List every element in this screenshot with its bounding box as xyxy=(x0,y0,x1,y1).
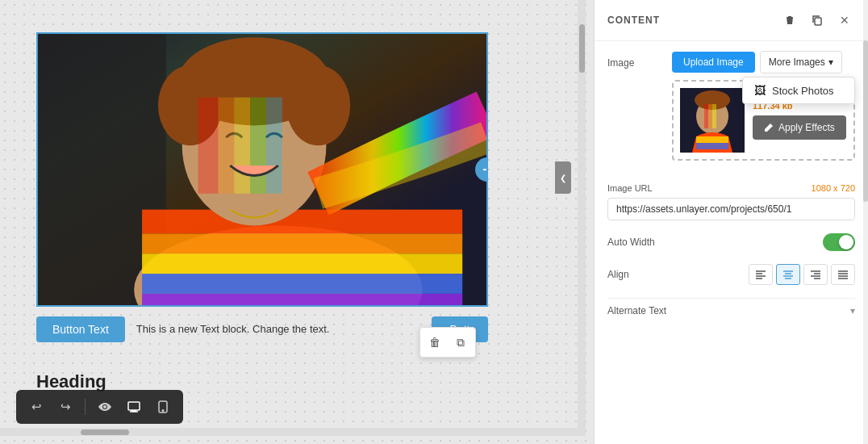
url-row: Image URL 1080 x 720 xyxy=(607,183,855,220)
svg-rect-28 xyxy=(704,104,708,128)
toolbar-divider-1 xyxy=(85,399,86,415)
panel-scrollbar-handle[interactable] xyxy=(863,40,868,202)
svg-rect-15 xyxy=(250,98,266,194)
image-icon: 🖼 xyxy=(754,84,766,97)
bottom-toolbar: ↩ ↪ xyxy=(16,390,183,424)
url-label-text: Image URL xyxy=(607,183,653,193)
thumb-svg xyxy=(680,88,745,153)
align-row: Align xyxy=(607,264,855,285)
panel-header-actions: ✕ xyxy=(779,10,855,31)
panel-scrollbar-track xyxy=(863,0,868,444)
alt-text-row[interactable]: Alternate Text ▾ xyxy=(607,298,855,323)
align-center-btn[interactable] xyxy=(776,264,800,285)
more-images-label: More Images xyxy=(769,57,825,68)
svg-rect-30 xyxy=(712,104,716,128)
apply-effects-btn[interactable]: Apply Effects xyxy=(753,115,846,140)
context-menu: 🗑 ⧉ xyxy=(419,327,476,358)
svg-point-21 xyxy=(162,410,164,412)
copy-icon xyxy=(812,15,823,26)
mobile-btn[interactable] xyxy=(151,395,175,419)
panel-title: CONTENT xyxy=(607,15,660,26)
svg-rect-6 xyxy=(142,274,462,294)
image-svg xyxy=(38,34,486,305)
preview-btn[interactable] xyxy=(93,395,117,419)
stock-photos-item[interactable]: 🖼 Stock Photos xyxy=(743,77,854,103)
image-controls: Upload Image More Images ▾ 🖼 Stock Photo… xyxy=(672,51,855,170)
image-row: Image Upload Image More Images ▾ 🖼 Stock… xyxy=(607,51,855,170)
svg-rect-22 xyxy=(815,18,821,25)
delete-panel-btn[interactable] xyxy=(779,10,800,31)
alt-text-label: Alternate Text xyxy=(607,305,666,316)
auto-width-label: Auto Width xyxy=(607,237,655,248)
svg-rect-26 xyxy=(696,136,728,143)
align-right-btn[interactable] xyxy=(803,264,828,285)
svg-rect-4 xyxy=(142,233,462,253)
scroll-handle-v[interactable] xyxy=(579,24,585,73)
copy-panel-btn[interactable] xyxy=(807,10,828,31)
right-panel: CONTENT ✕ Image Upload Image xyxy=(594,0,868,444)
heading-text: Heading xyxy=(36,371,106,392)
chevron-down-icon-alt: ▾ xyxy=(850,305,855,316)
align-left-icon xyxy=(755,270,766,279)
eye-icon xyxy=(98,400,111,413)
button-text-btn[interactable]: Button Text xyxy=(36,316,125,342)
panel-header: CONTENT ✕ xyxy=(595,0,868,41)
svg-rect-7 xyxy=(142,294,462,305)
url-dimensions: 1080 x 720 xyxy=(812,183,855,193)
svg-rect-12 xyxy=(198,98,219,194)
undo-btn[interactable]: ↩ xyxy=(24,395,48,419)
copy-block-btn[interactable]: ⧉ xyxy=(449,331,472,354)
more-images-btn[interactable]: More Images ▾ xyxy=(760,51,842,73)
svg-rect-5 xyxy=(142,253,462,274)
url-label-row: Image URL 1080 x 720 xyxy=(607,183,855,193)
upload-image-btn[interactable]: Upload Image xyxy=(672,52,755,73)
svg-rect-16 xyxy=(266,98,282,194)
image-label: Image xyxy=(607,51,672,69)
svg-rect-3 xyxy=(142,210,462,234)
align-label: Align xyxy=(607,269,629,280)
auto-width-row: Auto Width xyxy=(607,233,855,251)
trash-icon xyxy=(784,15,795,26)
svg-rect-13 xyxy=(218,98,234,194)
svg-point-11 xyxy=(286,65,350,145)
align-right-icon xyxy=(810,270,821,279)
svg-rect-17 xyxy=(128,402,140,410)
align-justify-icon xyxy=(837,270,849,279)
collapse-handle[interactable]: ❮ xyxy=(555,161,571,194)
svg-rect-29 xyxy=(708,104,712,128)
scroll-handle-h[interactable] xyxy=(81,429,129,435)
desktop-btn[interactable] xyxy=(122,395,146,419)
chevron-down-icon: ▾ xyxy=(828,57,833,68)
canvas-area: ✛ ❮ Button Text This is a new Text block… xyxy=(0,0,594,444)
text-block[interactable]: This is a new Text block. Change the tex… xyxy=(133,319,424,340)
align-center-icon xyxy=(782,270,794,279)
apply-effects-label: Apply Effects xyxy=(778,122,835,133)
canvas-content: ✛ ❮ Button Text This is a new Text block… xyxy=(0,0,586,436)
vertical-scrollbar[interactable] xyxy=(578,0,586,436)
pencil-icon xyxy=(764,123,774,132)
horizontal-scrollbar[interactable] xyxy=(0,428,578,436)
panel-content: Image Upload Image More Images ▾ 🖼 Stock… xyxy=(595,41,868,444)
svg-rect-14 xyxy=(234,98,250,194)
align-justify-btn[interactable] xyxy=(831,264,855,285)
url-input[interactable] xyxy=(607,198,855,220)
preview-thumbnail xyxy=(680,88,745,153)
stock-photos-label: Stock Photos xyxy=(772,85,834,97)
image-preview xyxy=(38,34,486,305)
image-block[interactable]: ✛ xyxy=(36,32,488,307)
align-left-btn[interactable] xyxy=(749,264,773,285)
more-images-dropdown: 🖼 Stock Photos xyxy=(742,77,855,104)
redo-btn[interactable]: ↪ xyxy=(53,395,77,419)
auto-width-toggle[interactable] xyxy=(823,233,855,251)
mobile-icon xyxy=(158,400,168,413)
svg-rect-27 xyxy=(696,143,728,149)
desktop-icon xyxy=(127,400,140,413)
delete-block-btn[interactable]: 🗑 xyxy=(424,331,446,354)
close-panel-btn[interactable]: ✕ xyxy=(834,10,855,31)
align-buttons xyxy=(749,264,855,285)
